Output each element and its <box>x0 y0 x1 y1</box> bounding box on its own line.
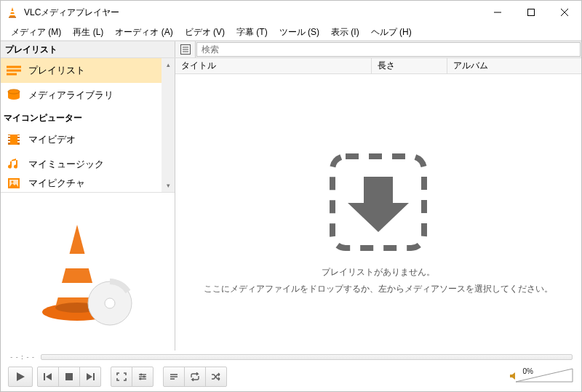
svg-rect-1 <box>10 11 15 12</box>
album-art-preview <box>1 192 175 351</box>
column-title[interactable]: タイトル <box>175 58 372 73</box>
column-album[interactable]: アルバム <box>447 58 581 73</box>
menu-subtitle[interactable]: 字幕 (T) <box>231 25 274 40</box>
next-button[interactable] <box>79 367 101 387</box>
previous-icon <box>43 372 53 381</box>
stop-icon <box>65 372 73 381</box>
sidebar-group-header: マイコンピューター <box>1 108 162 127</box>
menu-audio[interactable]: オーディオ (A) <box>109 25 178 40</box>
search-container <box>196 41 581 57</box>
playlist-icon <box>7 63 21 78</box>
playlist-content: タイトル 長さ アルバム プレイリストがありません。 ここにメディアファイルをド… <box>175 58 581 351</box>
drop-arrow-icon <box>324 148 433 259</box>
svg-rect-23 <box>17 135 20 137</box>
menu-view[interactable]: 表示 (I) <box>325 25 365 40</box>
svg-rect-22 <box>8 141 10 143</box>
shuffle-icon <box>210 372 222 381</box>
list-view-toggle[interactable] <box>175 41 196 57</box>
video-icon <box>7 132 21 147</box>
playlist-icon <box>169 372 179 381</box>
sidebar-item-label: メディアライブラリ <box>28 89 113 102</box>
shuffle-button[interactable] <box>205 367 227 387</box>
sidebar-item-my-video[interactable]: マイビデオ <box>1 127 162 152</box>
menu-video[interactable]: ビデオ (V) <box>179 25 231 40</box>
svg-rect-5 <box>528 9 535 16</box>
app-window: VLCメディアプレイヤー メディア (M) 再生 (L) オーディオ (A) ビ… <box>0 0 582 392</box>
svg-rect-40 <box>65 373 73 380</box>
sidebar-item-playlist[interactable]: プレイリスト <box>1 58 162 83</box>
minimize-button[interactable] <box>481 1 514 24</box>
menu-bar: メディア (M) 再生 (L) オーディオ (A) ビデオ (V) 字幕 (T)… <box>1 24 581 40</box>
playlist-heading-label: プレイリスト <box>5 44 57 56</box>
sidebar-item-label: プレイリスト <box>28 64 85 77</box>
menu-tools[interactable]: ツール (S) <box>274 25 325 40</box>
sidebar: プレイリスト メディアライブラリ マイコンピューター <box>1 58 175 351</box>
svg-marker-31 <box>64 254 90 268</box>
play-icon <box>15 372 25 382</box>
close-button[interactable] <box>548 1 581 24</box>
column-headers: タイトル 長さ アルバム <box>175 58 581 74</box>
menu-media[interactable]: メディア (M) <box>5 25 67 40</box>
svg-point-35 <box>105 298 115 308</box>
maximize-button[interactable] <box>514 1 548 24</box>
scroll-track[interactable] <box>162 71 175 179</box>
library-icon <box>7 88 21 103</box>
svg-rect-21 <box>8 138 10 140</box>
header-toolbar: プレイリスト <box>1 41 581 58</box>
svg-point-28 <box>12 181 14 183</box>
svg-marker-41 <box>87 373 92 380</box>
previous-button[interactable] <box>37 367 59 387</box>
picture-icon <box>7 177 21 190</box>
volume-slider[interactable] <box>516 367 574 387</box>
time-elapsed: --:-- <box>9 353 36 361</box>
fullscreen-icon <box>116 372 127 381</box>
next-icon <box>85 372 95 381</box>
search-input[interactable] <box>196 42 581 57</box>
dropzone-message-1: プレイリストがありません。 <box>322 266 435 279</box>
svg-marker-37 <box>17 372 25 381</box>
sidebar-item-my-music[interactable]: マイミュージック <box>1 152 162 177</box>
svg-marker-39 <box>46 373 52 380</box>
seek-bar-row: --:-- <box>1 351 581 362</box>
scroll-down-icon[interactable]: ▾ <box>162 179 175 192</box>
playback-controls: 0% <box>1 362 581 391</box>
play-button[interactable] <box>8 367 33 387</box>
sliders-icon <box>137 372 148 381</box>
column-duration[interactable]: 長さ <box>372 58 447 73</box>
menu-help[interactable]: ヘルプ (H) <box>365 25 418 40</box>
svg-rect-24 <box>17 138 20 140</box>
sidebar-item-media-library[interactable]: メディアライブラリ <box>1 83 162 108</box>
playlist-buttons-group <box>163 367 227 387</box>
list-toggle-icon <box>180 44 191 55</box>
svg-rect-38 <box>44 373 45 380</box>
fullscreen-button[interactable] <box>111 367 132 387</box>
sidebar-list: プレイリスト メディアライブラリ マイコンピューター <box>1 58 175 190</box>
svg-marker-52 <box>516 369 573 382</box>
seek-slider[interactable] <box>41 354 573 360</box>
playlist-dropzone[interactable]: プレイリストがありません。 ここにメディアファイルをドロップするか、左からメディ… <box>175 74 581 351</box>
music-icon <box>7 157 21 172</box>
scroll-up-icon[interactable]: ▴ <box>162 58 175 71</box>
loop-icon <box>189 372 201 381</box>
svg-rect-42 <box>93 373 95 380</box>
sidebar-scrollbar[interactable]: ▴ ▾ <box>162 58 175 192</box>
stop-button[interactable] <box>58 367 80 387</box>
main-area: プレイリスト メディアライブラリ マイコンピューター <box>1 58 581 351</box>
extended-settings-button[interactable] <box>132 367 154 387</box>
window-title: VLCメディアプレイヤー <box>24 7 481 19</box>
dropzone-message-2: ここにメディアファイルをドロップするか、左からメディアソースを選択してください。 <box>204 283 553 295</box>
svg-rect-25 <box>17 141 20 143</box>
sidebar-item-label: マイピクチャ <box>28 177 85 190</box>
menu-playback[interactable]: 再生 (L) <box>67 25 109 40</box>
svg-rect-2 <box>9 14 15 15</box>
title-bar: VLCメディアプレイヤー <box>1 1 581 24</box>
svg-rect-20 <box>8 135 10 137</box>
playlist-heading: プレイリスト <box>1 41 175 57</box>
volume-control: 0% <box>509 367 574 387</box>
sidebar-item-my-pictures[interactable]: マイピクチャ <box>1 177 162 190</box>
svg-point-48 <box>140 378 142 380</box>
svg-point-46 <box>140 374 143 376</box>
show-playlist-button[interactable] <box>163 367 185 387</box>
sidebar-item-label: マイビデオ <box>28 133 76 146</box>
loop-button[interactable] <box>184 367 206 387</box>
